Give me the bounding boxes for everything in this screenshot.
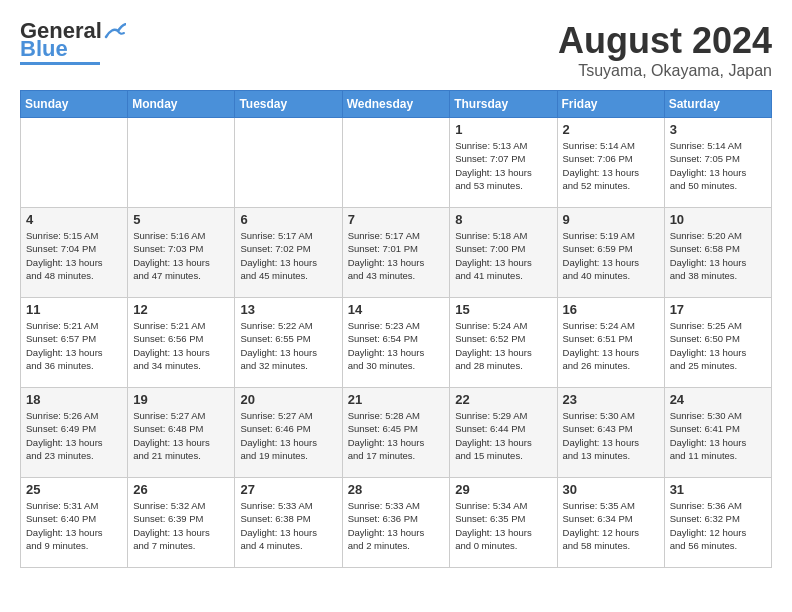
day-number: 11 [26, 302, 122, 317]
day-cell-9: 9Sunrise: 5:19 AM Sunset: 6:59 PM Daylig… [557, 208, 664, 298]
day-number: 7 [348, 212, 445, 227]
day-number: 22 [455, 392, 551, 407]
weekday-header-friday: Friday [557, 91, 664, 118]
week-row-5: 25Sunrise: 5:31 AM Sunset: 6:40 PM Dayli… [21, 478, 772, 568]
day-number: 28 [348, 482, 445, 497]
day-number: 15 [455, 302, 551, 317]
day-info: Sunrise: 5:24 AM Sunset: 6:51 PM Dayligh… [563, 319, 659, 372]
day-number: 27 [240, 482, 336, 497]
empty-cell [342, 118, 450, 208]
day-cell-25: 25Sunrise: 5:31 AM Sunset: 6:40 PM Dayli… [21, 478, 128, 568]
week-row-2: 4Sunrise: 5:15 AM Sunset: 7:04 PM Daylig… [21, 208, 772, 298]
day-cell-1: 1Sunrise: 5:13 AM Sunset: 7:07 PM Daylig… [450, 118, 557, 208]
location-title: Tsuyama, Okayama, Japan [558, 62, 772, 80]
title-area: August 2024 Tsuyama, Okayama, Japan [558, 20, 772, 80]
day-cell-29: 29Sunrise: 5:34 AM Sunset: 6:35 PM Dayli… [450, 478, 557, 568]
day-info: Sunrise: 5:28 AM Sunset: 6:45 PM Dayligh… [348, 409, 445, 462]
day-info: Sunrise: 5:14 AM Sunset: 7:05 PM Dayligh… [670, 139, 766, 192]
day-cell-24: 24Sunrise: 5:30 AM Sunset: 6:41 PM Dayli… [664, 388, 771, 478]
week-row-3: 11Sunrise: 5:21 AM Sunset: 6:57 PM Dayli… [21, 298, 772, 388]
day-cell-12: 12Sunrise: 5:21 AM Sunset: 6:56 PM Dayli… [128, 298, 235, 388]
day-number: 26 [133, 482, 229, 497]
day-info: Sunrise: 5:33 AM Sunset: 6:38 PM Dayligh… [240, 499, 336, 552]
day-number: 17 [670, 302, 766, 317]
day-number: 18 [26, 392, 122, 407]
day-number: 1 [455, 122, 551, 137]
day-cell-14: 14Sunrise: 5:23 AM Sunset: 6:54 PM Dayli… [342, 298, 450, 388]
weekday-header-saturday: Saturday [664, 91, 771, 118]
day-info: Sunrise: 5:30 AM Sunset: 6:43 PM Dayligh… [563, 409, 659, 462]
day-cell-13: 13Sunrise: 5:22 AM Sunset: 6:55 PM Dayli… [235, 298, 342, 388]
week-row-1: 1Sunrise: 5:13 AM Sunset: 7:07 PM Daylig… [21, 118, 772, 208]
day-number: 10 [670, 212, 766, 227]
calendar-table: SundayMondayTuesdayWednesdayThursdayFrid… [20, 90, 772, 568]
day-info: Sunrise: 5:33 AM Sunset: 6:36 PM Dayligh… [348, 499, 445, 552]
day-number: 16 [563, 302, 659, 317]
day-cell-4: 4Sunrise: 5:15 AM Sunset: 7:04 PM Daylig… [21, 208, 128, 298]
day-cell-5: 5Sunrise: 5:16 AM Sunset: 7:03 PM Daylig… [128, 208, 235, 298]
weekday-header-sunday: Sunday [21, 91, 128, 118]
day-cell-3: 3Sunrise: 5:14 AM Sunset: 7:05 PM Daylig… [664, 118, 771, 208]
day-cell-15: 15Sunrise: 5:24 AM Sunset: 6:52 PM Dayli… [450, 298, 557, 388]
logo-blue-text: Blue [20, 38, 68, 60]
day-number: 9 [563, 212, 659, 227]
day-info: Sunrise: 5:27 AM Sunset: 6:46 PM Dayligh… [240, 409, 336, 462]
day-number: 3 [670, 122, 766, 137]
day-info: Sunrise: 5:17 AM Sunset: 7:02 PM Dayligh… [240, 229, 336, 282]
day-cell-6: 6Sunrise: 5:17 AM Sunset: 7:02 PM Daylig… [235, 208, 342, 298]
day-number: 13 [240, 302, 336, 317]
weekday-header-thursday: Thursday [450, 91, 557, 118]
empty-cell [21, 118, 128, 208]
day-number: 12 [133, 302, 229, 317]
day-cell-8: 8Sunrise: 5:18 AM Sunset: 7:00 PM Daylig… [450, 208, 557, 298]
week-row-4: 18Sunrise: 5:26 AM Sunset: 6:49 PM Dayli… [21, 388, 772, 478]
day-info: Sunrise: 5:24 AM Sunset: 6:52 PM Dayligh… [455, 319, 551, 372]
logo-underline [20, 62, 100, 65]
day-info: Sunrise: 5:15 AM Sunset: 7:04 PM Dayligh… [26, 229, 122, 282]
day-cell-2: 2Sunrise: 5:14 AM Sunset: 7:06 PM Daylig… [557, 118, 664, 208]
day-info: Sunrise: 5:35 AM Sunset: 6:34 PM Dayligh… [563, 499, 659, 552]
day-info: Sunrise: 5:30 AM Sunset: 6:41 PM Dayligh… [670, 409, 766, 462]
day-cell-26: 26Sunrise: 5:32 AM Sunset: 6:39 PM Dayli… [128, 478, 235, 568]
day-cell-23: 23Sunrise: 5:30 AM Sunset: 6:43 PM Dayli… [557, 388, 664, 478]
day-number: 30 [563, 482, 659, 497]
day-info: Sunrise: 5:27 AM Sunset: 6:48 PM Dayligh… [133, 409, 229, 462]
day-info: Sunrise: 5:26 AM Sunset: 6:49 PM Dayligh… [26, 409, 122, 462]
weekday-header-monday: Monday [128, 91, 235, 118]
day-cell-31: 31Sunrise: 5:36 AM Sunset: 6:32 PM Dayli… [664, 478, 771, 568]
day-number: 14 [348, 302, 445, 317]
day-info: Sunrise: 5:19 AM Sunset: 6:59 PM Dayligh… [563, 229, 659, 282]
day-cell-11: 11Sunrise: 5:21 AM Sunset: 6:57 PM Dayli… [21, 298, 128, 388]
day-info: Sunrise: 5:31 AM Sunset: 6:40 PM Dayligh… [26, 499, 122, 552]
weekday-header-wednesday: Wednesday [342, 91, 450, 118]
day-info: Sunrise: 5:17 AM Sunset: 7:01 PM Dayligh… [348, 229, 445, 282]
day-number: 21 [348, 392, 445, 407]
day-number: 31 [670, 482, 766, 497]
empty-cell [128, 118, 235, 208]
day-info: Sunrise: 5:25 AM Sunset: 6:50 PM Dayligh… [670, 319, 766, 372]
weekday-header-row: SundayMondayTuesdayWednesdayThursdayFrid… [21, 91, 772, 118]
day-cell-28: 28Sunrise: 5:33 AM Sunset: 6:36 PM Dayli… [342, 478, 450, 568]
day-info: Sunrise: 5:20 AM Sunset: 6:58 PM Dayligh… [670, 229, 766, 282]
day-number: 5 [133, 212, 229, 227]
day-number: 25 [26, 482, 122, 497]
day-info: Sunrise: 5:13 AM Sunset: 7:07 PM Dayligh… [455, 139, 551, 192]
day-number: 24 [670, 392, 766, 407]
logo: General Blue [20, 20, 126, 65]
day-cell-7: 7Sunrise: 5:17 AM Sunset: 7:01 PM Daylig… [342, 208, 450, 298]
day-info: Sunrise: 5:23 AM Sunset: 6:54 PM Dayligh… [348, 319, 445, 372]
day-cell-22: 22Sunrise: 5:29 AM Sunset: 6:44 PM Dayli… [450, 388, 557, 478]
logo-bird-icon [104, 23, 126, 41]
day-info: Sunrise: 5:22 AM Sunset: 6:55 PM Dayligh… [240, 319, 336, 372]
day-info: Sunrise: 5:21 AM Sunset: 6:56 PM Dayligh… [133, 319, 229, 372]
month-title: August 2024 [558, 20, 772, 62]
day-info: Sunrise: 5:34 AM Sunset: 6:35 PM Dayligh… [455, 499, 551, 552]
day-number: 19 [133, 392, 229, 407]
day-cell-10: 10Sunrise: 5:20 AM Sunset: 6:58 PM Dayli… [664, 208, 771, 298]
header: General Blue August 2024 Tsuyama, Okayam… [20, 20, 772, 80]
empty-cell [235, 118, 342, 208]
day-cell-18: 18Sunrise: 5:26 AM Sunset: 6:49 PM Dayli… [21, 388, 128, 478]
day-info: Sunrise: 5:29 AM Sunset: 6:44 PM Dayligh… [455, 409, 551, 462]
day-cell-30: 30Sunrise: 5:35 AM Sunset: 6:34 PM Dayli… [557, 478, 664, 568]
day-info: Sunrise: 5:36 AM Sunset: 6:32 PM Dayligh… [670, 499, 766, 552]
